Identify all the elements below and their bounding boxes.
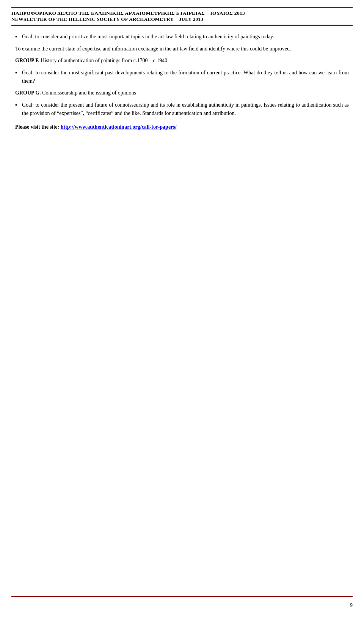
authentication-link[interactable]: http://www.authenticationinart.org/call-… (61, 124, 177, 130)
group-g-label: GROUP G. (15, 90, 41, 96)
group-f-text: History of authentication of paintings f… (39, 58, 167, 63)
main-content: Goal: to consider and prioritize the mos… (11, 33, 353, 131)
paragraph-goal-3: Goal: to consider the present and future… (15, 101, 349, 117)
page-header: ΠΛΗΡΟΦΟΡΙΑΚΟ ΔΕΛΤΙΟ ΤΗΣ ΕΛΛΗΝΙΚΗΣ ΑΡΧΑΙΟ… (11, 7, 353, 26)
paragraph-goal-2: Goal: to consider the most significant p… (15, 69, 349, 85)
paragraph-group-f: GROUP F. History of authentication of pa… (15, 57, 349, 65)
group-g-text: Connoisseurship and the issuing of opini… (41, 90, 136, 96)
header-greek-title: ΠΛΗΡΟΦΟΡΙΑΚΟ ΔΕΛΤΙΟ ΤΗΣ ΕΛΛΗΝΙΚΗΣ ΑΡΧΑΙΟ… (11, 10, 353, 16)
expertise-text: To examine the current state of expertis… (15, 46, 291, 52)
header-english-title: NEWSLETTER OF THE HELLENIC SOCIETY OF AR… (11, 16, 353, 22)
goal-2-text: Goal: to consider the most significant p… (22, 70, 349, 84)
page: ΠΛΗΡΟΦΟΡΙΑΚΟ ΔΕΛΤΙΟ ΤΗΣ ΕΛΛΗΝΙΚΗΣ ΑΡΧΑΙΟ… (0, 0, 364, 620)
please-visit-label: Please visit the site: (15, 124, 59, 130)
goal-1-text: Goal: to consider and prioritize the mos… (22, 34, 274, 39)
goal-3-text: Goal: to consider the present and future… (22, 102, 349, 116)
paragraph-goal-1: Goal: to consider and prioritize the mos… (15, 33, 349, 41)
page-number: 9 (350, 603, 353, 609)
bottom-rule (11, 596, 353, 597)
paragraph-expertise: To examine the current state of expertis… (15, 45, 349, 53)
paragraph-group-g: GROUP G. Connoisseurship and the issuing… (15, 89, 349, 97)
group-f-label: GROUP F. (15, 58, 39, 63)
please-visit-paragraph: Please visit the site: http://www.authen… (15, 123, 349, 131)
